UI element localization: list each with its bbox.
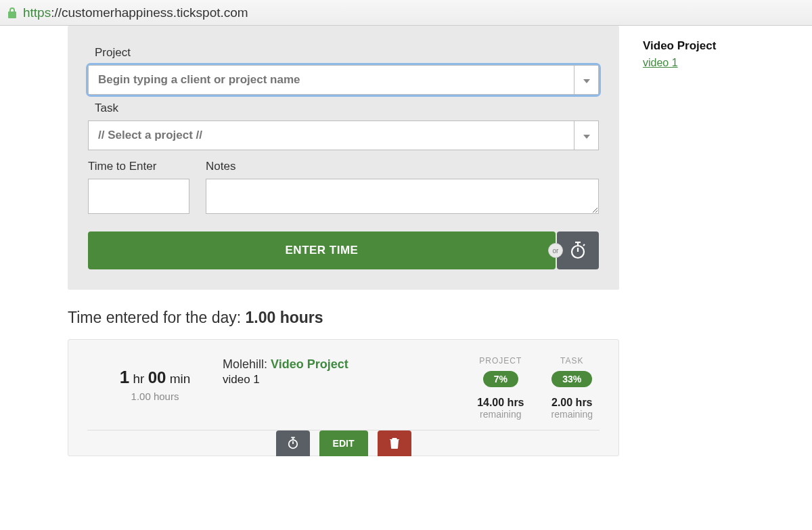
enter-time-button[interactable]: ENTER TIME xyxy=(88,231,556,269)
task-remaining-label: remaining xyxy=(551,409,593,420)
svg-line-4 xyxy=(583,244,585,246)
start-timer-button[interactable] xyxy=(557,231,599,269)
entry-edit-button[interactable]: EDIT xyxy=(319,430,368,456)
or-text: or xyxy=(548,243,563,258)
project-remaining-label: remaining xyxy=(477,409,524,420)
task-hrs-remaining: 2.00 hrs xyxy=(551,397,593,409)
project-hrs-remaining: 14.00 hrs xyxy=(477,397,524,409)
summary-value: 1.00 hours xyxy=(246,309,323,326)
day-summary: Time entered for the day: 1.00 hours xyxy=(68,309,623,327)
time-entry-card: 1 hr 00 min 1.00 hours Molehill: Video P… xyxy=(68,339,619,456)
project-stat-label: PROJECT xyxy=(477,356,524,366)
browser-url-bar: https://customerhappiness.tickspot.com xyxy=(0,0,812,26)
lock-icon xyxy=(7,7,18,19)
task-combobox[interactable] xyxy=(88,120,599,150)
chevron-down-icon xyxy=(583,129,590,141)
entry-min-unit: min xyxy=(170,372,191,386)
project-percent-pill: 7% xyxy=(483,371,518,387)
chevron-down-icon xyxy=(583,74,590,86)
entry-task: video 1 xyxy=(223,373,477,387)
project-combobox[interactable] xyxy=(88,65,599,95)
notes-label: Notes xyxy=(206,160,599,173)
time-label: Time to Enter xyxy=(88,160,189,173)
task-percent-pill: 33% xyxy=(551,371,592,387)
task-input[interactable] xyxy=(88,120,574,150)
entry-client: Molehill: xyxy=(223,357,267,371)
sidebar-heading: Video Project xyxy=(643,39,716,53)
url-rest: ://customerhappiness.tickspot.com xyxy=(51,5,248,20)
entry-description: Molehill: Video Project video 1 xyxy=(223,356,477,420)
summary-prefix: Time entered for the day: xyxy=(68,309,246,326)
project-label: Project xyxy=(95,46,599,60)
task-stat: TASK 33% 2.00 hrs remaining xyxy=(551,356,593,420)
project-input[interactable] xyxy=(88,65,574,95)
project-stat: PROJECT 7% 14.00 hrs remaining xyxy=(477,356,524,420)
url-text: https://customerhappiness.tickspot.com xyxy=(23,5,248,20)
url-scheme: https xyxy=(23,5,51,20)
sidebar: Video Project video 1 xyxy=(623,26,716,69)
entry-hours-decimal: 1.00 hours xyxy=(87,391,223,402)
task-dropdown-toggle[interactable] xyxy=(574,120,599,150)
entry-delete-button[interactable] xyxy=(378,430,411,456)
stopwatch-icon xyxy=(569,240,587,261)
trash-icon xyxy=(389,437,400,451)
entry-project: Video Project xyxy=(271,357,348,371)
time-entry-form: Project Task Time to Enter xyxy=(68,26,619,290)
notes-input[interactable] xyxy=(206,179,599,214)
task-stat-label: TASK xyxy=(551,356,593,366)
project-dropdown-toggle[interactable] xyxy=(574,65,599,95)
entry-timer-button[interactable] xyxy=(276,430,310,456)
stopwatch-icon xyxy=(287,436,299,451)
task-label: Task xyxy=(95,102,599,115)
entry-hours-num: 1 xyxy=(120,367,129,387)
entry-hours-unit: hr xyxy=(133,372,144,386)
entry-min-num: 00 xyxy=(148,368,166,387)
sidebar-project-link[interactable]: video 1 xyxy=(643,57,678,69)
time-input[interactable] xyxy=(88,179,189,214)
entry-time-block: 1 hr 00 min 1.00 hours xyxy=(87,356,223,420)
